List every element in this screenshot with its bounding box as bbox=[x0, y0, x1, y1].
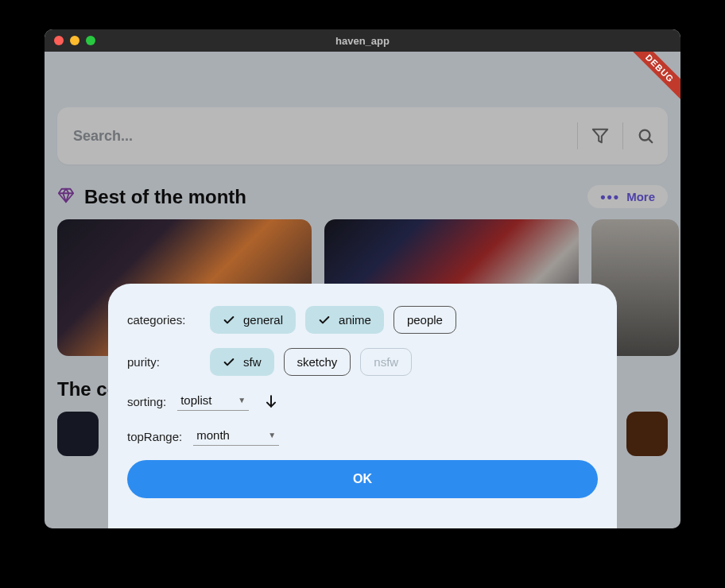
arrow-down-icon bbox=[263, 393, 279, 409]
ok-label: OK bbox=[353, 472, 372, 486]
chip-label: sketchy bbox=[297, 355, 338, 369]
category-chip-general[interactable]: general bbox=[210, 306, 296, 334]
maximize-window-button[interactable] bbox=[86, 36, 95, 45]
check-icon bbox=[223, 356, 235, 369]
chip-label: anime bbox=[339, 313, 371, 327]
close-window-button[interactable] bbox=[54, 36, 64, 45]
chip-label: people bbox=[407, 313, 443, 327]
purity-chip-nsfw: nsfw bbox=[360, 348, 412, 376]
sorting-label: sorting: bbox=[127, 395, 166, 408]
ok-button[interactable]: OK bbox=[127, 460, 598, 498]
purity-chip-sfw[interactable]: sfw bbox=[210, 348, 274, 376]
purity-chips: sfwsketchynsfw bbox=[210, 348, 412, 376]
sorting-value: toplist bbox=[180, 393, 211, 407]
categories-label: categories: bbox=[127, 313, 210, 327]
categories-chips: generalanimepeople bbox=[210, 306, 456, 334]
window-controls bbox=[54, 36, 95, 45]
purity-label: purity: bbox=[127, 355, 210, 369]
check-icon bbox=[318, 314, 331, 327]
chip-label: general bbox=[243, 313, 283, 327]
content-area: DEBUG Best of the month ••• More The co bbox=[45, 52, 680, 528]
categories-row: categories: generalanimepeople bbox=[127, 306, 598, 334]
category-chip-people[interactable]: people bbox=[394, 306, 456, 334]
dropdown-icon: ▼ bbox=[238, 396, 246, 404]
purity-chip-sketchy[interactable]: sketchy bbox=[284, 348, 351, 376]
chip-label: sfw bbox=[243, 355, 262, 369]
titlebar: haven_app bbox=[45, 29, 680, 52]
toprange-label: topRange: bbox=[127, 430, 182, 443]
toprange-row: topRange: month ▼ bbox=[127, 427, 598, 446]
window-title: haven_app bbox=[45, 35, 680, 47]
sort-direction-button[interactable] bbox=[260, 390, 282, 412]
minimize-window-button[interactable] bbox=[70, 36, 79, 45]
check-icon bbox=[223, 314, 235, 327]
toprange-value: month bbox=[196, 428, 230, 442]
chip-label: nsfw bbox=[374, 355, 398, 369]
app-window: haven_app DEBUG Best of the month ••• Mo… bbox=[45, 29, 680, 528]
sorting-select[interactable]: toplist ▼ bbox=[177, 392, 249, 411]
filter-sheet: categories: generalanimepeople purity: s… bbox=[108, 284, 617, 528]
sorting-row: sorting: toplist ▼ bbox=[127, 390, 598, 412]
toprange-select[interactable]: month ▼ bbox=[193, 427, 279, 446]
dropdown-icon: ▼ bbox=[268, 431, 276, 439]
category-chip-anime[interactable]: anime bbox=[305, 306, 384, 334]
purity-row: purity: sfwsketchynsfw bbox=[127, 348, 598, 376]
